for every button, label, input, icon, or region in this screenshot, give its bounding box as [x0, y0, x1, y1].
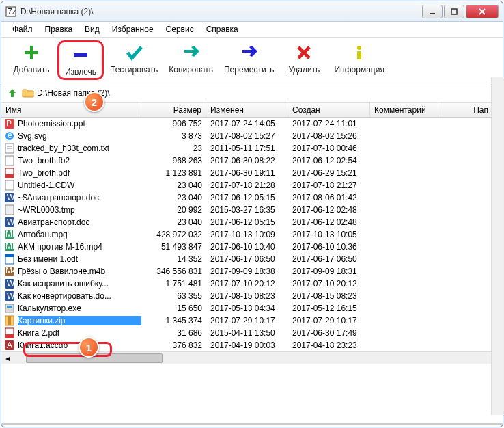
- file-name: АКМ против М-16.mp4: [18, 242, 141, 252]
- table-row[interactable]: tracked_by_h33t_com.txt232011-05-11 17:5…: [1, 142, 503, 155]
- test-button[interactable]: Тестировать: [107, 40, 162, 76]
- svg-rect-38: [7, 306, 12, 308]
- file-size: 20 992: [141, 205, 206, 215]
- menu-favorites[interactable]: Избранное: [107, 23, 159, 36]
- menu-file[interactable]: Файл: [7, 23, 38, 36]
- extract-button[interactable]: Извлечь: [57, 40, 104, 80]
- info-icon: [348, 42, 370, 64]
- svg-text:e: e: [8, 131, 12, 140]
- svg-text:W: W: [7, 217, 15, 227]
- svg-text:W: W: [7, 291, 15, 301]
- file-created: 2017-06-17 06:50: [288, 254, 370, 264]
- up-button[interactable]: [5, 86, 19, 100]
- file-name: tracked_by_h33t_com.txt: [18, 144, 141, 153]
- table-row[interactable]: WКак исправить ошибку...1 751 4812017-07…: [1, 278, 503, 290]
- file-size: 31 686: [141, 328, 206, 338]
- file-modified: 2017-10-13 10:09: [206, 230, 288, 239]
- file-size: 14 352: [141, 254, 206, 264]
- move-button[interactable]: Переместить: [220, 40, 279, 76]
- file-list: Имя Размер Изменен Создан Комментарий Па…: [1, 103, 503, 424]
- vertical-scrollbar[interactable]: [491, 77, 503, 415]
- column-size[interactable]: Размер: [141, 103, 206, 117]
- svg-text:7z: 7z: [8, 7, 16, 16]
- minimize-button[interactable]: [422, 5, 443, 18]
- file-modified: 2017-08-02 15:27: [206, 131, 288, 141]
- file-modified: 2017-06-30 19:11: [206, 168, 288, 178]
- file-type-icon: [4, 168, 15, 178]
- table-row[interactable]: Картинки.zip1 345 3742017-07-29 10:17201…: [1, 315, 503, 327]
- file-modified: 2015-03-27 16:35: [206, 205, 288, 215]
- menu-tools[interactable]: Сервис: [160, 23, 199, 36]
- column-comment[interactable]: Комментарий: [370, 103, 438, 117]
- file-modified: 2017-06-10 10:40: [206, 242, 288, 252]
- file-name: Грёзы о Вавилоне.m4b: [18, 267, 141, 276]
- svg-rect-6: [74, 53, 87, 57]
- file-modified: 2017-07-18 21:28: [206, 180, 288, 190]
- scroll-thumb[interactable]: [26, 353, 163, 363]
- table-row[interactable]: WАвиатранспорт.doc23 0402017-06-12 05:15…: [1, 216, 503, 228]
- path-text[interactable]: D:\Новая папка (2)\: [37, 88, 489, 98]
- table-row[interactable]: MPGАвтобан.mpg428 972 0322017-10-13 10:0…: [1, 228, 503, 241]
- file-size: 23 040: [141, 217, 206, 227]
- file-created: 2017-06-12 02:48: [288, 205, 370, 215]
- close-button[interactable]: [466, 5, 499, 18]
- toolbar: Добавить Извлечь Тестировать Копировать …: [1, 38, 503, 83]
- svg-text:A: A: [7, 340, 12, 350]
- table-row[interactable]: Two_broth.fb2968 2632017-06-30 08:222017…: [1, 155, 503, 167]
- column-modified[interactable]: Изменен: [206, 103, 288, 117]
- delete-button[interactable]: Удалить: [281, 40, 327, 76]
- table-row[interactable]: MP4АКМ против М-16.mp451 493 8472017-06-…: [1, 241, 503, 253]
- file-size: 63 355: [141, 291, 206, 301]
- table-row[interactable]: Калькулятор.exe15 6502017-05-13 04:34201…: [1, 302, 503, 315]
- file-name: Авиатранспорт.doc: [18, 217, 141, 227]
- folder-icon: [22, 88, 34, 98]
- menu-edit[interactable]: Правка: [40, 23, 79, 36]
- file-created: 2017-06-29 15:21: [288, 168, 370, 178]
- file-type-icon: [4, 155, 15, 166]
- path-bar: D:\Новая папка (2)\: [1, 83, 503, 103]
- table-row[interactable]: PPhotoemission.ppt906 7522017-07-24 14:0…: [1, 118, 503, 130]
- file-type-icon: W: [4, 192, 15, 203]
- table-row[interactable]: M4BГрёзы о Вавилоне.m4b346 556 8312017-0…: [1, 265, 503, 278]
- maximize-button[interactable]: [444, 5, 464, 18]
- menu-view[interactable]: Вид: [79, 23, 105, 36]
- column-created[interactable]: Создан: [288, 103, 370, 117]
- table-row[interactable]: WКак конвертировать.do...63 3552017-08-1…: [1, 290, 503, 302]
- file-size: 428 972 032: [141, 230, 206, 239]
- table-row[interactable]: Two_broth.pdf1 123 8912017-06-30 19:1120…: [1, 167, 503, 179]
- column-name[interactable]: Имя: [1, 103, 141, 117]
- menu-help[interactable]: Справка: [201, 23, 244, 36]
- svg-text:MP4: MP4: [5, 241, 15, 251]
- title-bar[interactable]: 7z D:\Новая папка (2)\: [1, 1, 503, 22]
- file-name: Как конвертировать.do...: [18, 291, 141, 301]
- table-row[interactable]: ~WRL0003.tmp20 9922015-03-27 16:352017-0…: [1, 204, 503, 216]
- table-row[interactable]: AКнига1.accdb376 8322017-04-19 00:032017…: [1, 339, 503, 351]
- copy-button[interactable]: Копировать: [165, 40, 217, 76]
- file-size: 23: [141, 144, 206, 153]
- scroll-left-icon[interactable]: ◂: [1, 352, 14, 364]
- file-created: 2017-06-10 10:36: [288, 242, 370, 252]
- add-button[interactable]: Добавить: [8, 40, 55, 76]
- file-created: 2017-07-24 11:01: [288, 119, 370, 129]
- table-row[interactable]: Книга 2.pdf31 6862015-04-11 13:502017-06…: [1, 327, 503, 339]
- file-modified: 2015-04-11 13:50: [206, 328, 288, 338]
- table-row[interactable]: Untitled-1.CDW23 0402017-07-18 21:282017…: [1, 179, 503, 191]
- file-size: 1 345 374: [141, 316, 206, 325]
- file-size: 376 832: [141, 340, 206, 350]
- table-row[interactable]: W~$Авиатранспорт.doc23 0402017-06-12 05:…: [1, 191, 503, 204]
- file-modified: 2017-09-09 18:38: [206, 267, 288, 276]
- svg-rect-30: [5, 254, 14, 257]
- horizontal-scrollbar[interactable]: ◂ ▸: [1, 351, 503, 364]
- file-modified: 2017-07-29 10:17: [206, 316, 288, 325]
- menu-bar: Файл Правка Вид Избранное Сервис Справка: [1, 22, 503, 38]
- info-button[interactable]: Информация: [330, 40, 388, 76]
- table-row[interactable]: Без имени 1.odt14 3522017-06-17 06:50201…: [1, 253, 503, 265]
- file-size: 1 123 891: [141, 168, 206, 178]
- file-created: 2017-06-12 02:48: [288, 217, 370, 227]
- file-size: 15 650: [141, 304, 206, 313]
- file-created: 2017-07-10 20:12: [288, 279, 370, 289]
- file-type-icon: [4, 327, 15, 338]
- file-type-icon: [4, 204, 15, 215]
- table-row[interactable]: eSvg.svg3 8732017-08-02 15:272017-08-02 …: [1, 130, 503, 142]
- window-title: D:\Новая папка (2)\: [20, 7, 422, 16]
